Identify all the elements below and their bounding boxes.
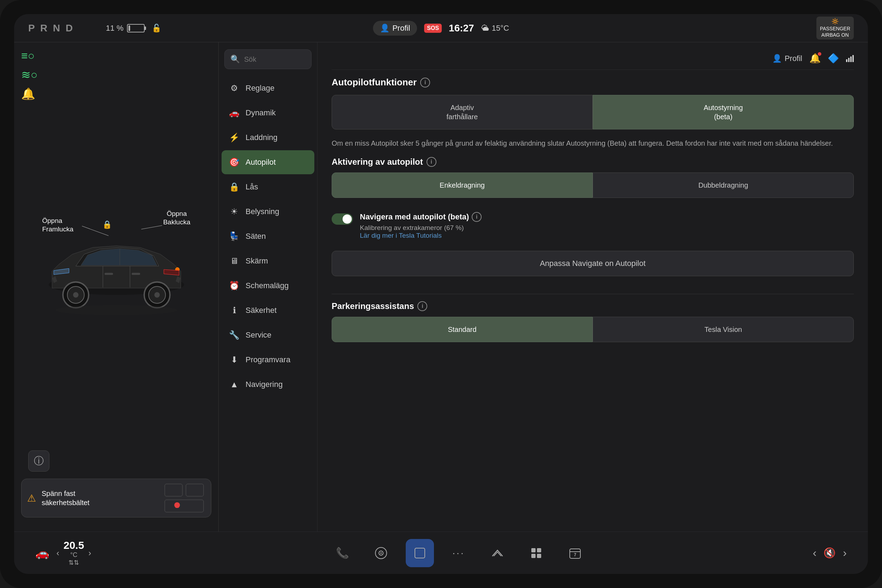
- car-taskbar-btn[interactable]: 🚗: [35, 546, 50, 560]
- autopilot-title-text: Autopilotfunktioner: [332, 77, 417, 88]
- navigate-info-btn[interactable]: i: [472, 212, 482, 222]
- menu-item-reglage[interactable]: ⚙ Reglage: [222, 76, 314, 100]
- tutorial-link[interactable]: Lär dig mer i Tesla Tutorials: [360, 232, 854, 240]
- search-bar[interactable]: 🔍: [224, 50, 312, 69]
- app-taskbar-btn[interactable]: [406, 539, 434, 567]
- menu-item-navigering[interactable]: ▲ Navigering: [222, 372, 314, 396]
- service-icon: 🔧: [229, 330, 240, 340]
- svg-rect-10: [104, 273, 113, 275]
- activation-info-btn[interactable]: i: [426, 157, 436, 167]
- seat-diagram: [163, 482, 206, 514]
- autopilot-section-title: Autopilotfunktioner i: [332, 77, 854, 88]
- right-status: 🔆 PASSENGER AIRBAG ON: [816, 16, 854, 39]
- network-taskbar-btn[interactable]: [483, 539, 512, 567]
- menu-label-programvara: Programvara: [246, 355, 290, 364]
- parking-title: Parkeringsassistans i: [332, 301, 854, 311]
- menu-item-las[interactable]: 🔒 Lås: [222, 175, 314, 199]
- dots-icon: ···: [452, 548, 465, 559]
- camera-taskbar-btn[interactable]: [367, 539, 395, 567]
- time-display: 16:27: [449, 22, 474, 34]
- saten-icon: 💺: [229, 231, 240, 241]
- enkeldragning-button[interactable]: Enkeldragning: [332, 172, 593, 198]
- temperature-display: 15°C: [492, 24, 509, 33]
- calendar-taskbar-btn[interactable]: 7: [561, 539, 589, 567]
- temp-increase-btn[interactable]: ›: [88, 548, 91, 558]
- svg-rect-15: [165, 500, 204, 512]
- taskbar: 🚗 ‹ 20.5 °C⇅⇅ › 📞: [14, 532, 868, 574]
- screen-bezel: P R N D 11 % 🔓 👤 Profil SOS: [0, 0, 882, 588]
- calibration-text: Kalibrering av extrakameror (67 %): [360, 224, 854, 232]
- menu-label-reglage: Reglage: [246, 84, 274, 93]
- menu-item-programvara[interactable]: ⬇ Programvara: [222, 348, 314, 372]
- parking-title-text: Parkeringsassistans: [332, 301, 414, 311]
- svg-rect-14: [186, 484, 204, 496]
- info-button[interactable]: ⓘ: [28, 450, 50, 472]
- airbag-line2: AIRBAG ON: [821, 32, 849, 38]
- tesla-vision-button[interactable]: Tesla Vision: [593, 317, 854, 342]
- dubbeldragning-button[interactable]: Dubbeldragning: [593, 172, 854, 198]
- navigate-toggle[interactable]: [332, 213, 353, 225]
- autostyrning-button[interactable]: Autostyrning(beta): [593, 95, 854, 129]
- volume-mute-btn[interactable]: 🔇: [824, 547, 836, 559]
- temp-unit: °C⇅⇅: [63, 551, 84, 567]
- customize-autopilot-button[interactable]: Anpassa Navigate on Autopilot: [332, 251, 854, 276]
- svg-point-7: [154, 292, 159, 297]
- svg-rect-17: [176, 502, 179, 508]
- autopilot-info-btn[interactable]: i: [420, 78, 430, 87]
- car-view: ÖppnaFramlucka 🔒 ÖppnaBaklucka: [14, 63, 218, 475]
- svg-rect-11: [132, 273, 140, 275]
- menu-item-service[interactable]: 🔧 Service: [222, 323, 314, 347]
- main-content: ≡○ ≋○ 🔔 ÖppnaFramlucka 🔒: [14, 42, 868, 532]
- navigate-toggle-label: Navigera med autopilot (beta) i: [360, 212, 854, 222]
- screen: P R N D 11 % 🔓 👤 Profil SOS: [14, 14, 868, 574]
- autopilot-description: Om en miss Autopilot sker 5 gånger på gr…: [332, 138, 854, 148]
- parking-mode-group: Standard Tesla Vision: [332, 317, 854, 342]
- profile-header-btn[interactable]: 👤 Profil: [772, 54, 802, 63]
- svg-rect-24: [531, 554, 536, 558]
- sos-badge[interactable]: SOS: [424, 24, 442, 33]
- las-icon: 🔒: [229, 182, 240, 192]
- menu-label-autopilot: Autopilot: [246, 158, 276, 167]
- menu-item-autopilot[interactable]: 🎯 Autopilot: [222, 150, 314, 174]
- apps-icon-svg: [530, 547, 543, 560]
- menu-label-belysning: Belysning: [246, 207, 279, 216]
- profile-button[interactable]: 👤 Profil: [373, 21, 417, 36]
- headlight-icon: ≡○: [21, 50, 38, 62]
- temp-value-container: 20.5 °C⇅⇅: [63, 539, 84, 567]
- menu-item-belysning[interactable]: ☀ Belysning: [222, 200, 314, 224]
- svg-rect-21: [415, 548, 425, 558]
- lock-icon: 🔓: [152, 24, 161, 33]
- svg-text:7: 7: [574, 552, 576, 557]
- menu-item-schemalagg[interactable]: ⏰ Schemalägg: [222, 274, 314, 298]
- car-svg: [32, 210, 201, 330]
- media-prev-btn[interactable]: ‹: [813, 546, 817, 560]
- temp-decrease-btn[interactable]: ‹: [57, 548, 59, 558]
- parking-info-btn[interactable]: i: [417, 301, 427, 311]
- right-header: 👤 Profil 🔔 🔷: [332, 53, 854, 70]
- media-next-btn[interactable]: ›: [843, 546, 847, 560]
- belysning-icon: ☀: [229, 207, 240, 217]
- bluetooth-icon[interactable]: 🔷: [828, 53, 839, 64]
- menu-item-skarm[interactable]: 🖥 Skärm: [222, 249, 314, 273]
- profile-label: Profil: [392, 24, 410, 33]
- menu-item-dynamik[interactable]: 🚗 Dynamik: [222, 101, 314, 125]
- menu-label-laddning: Laddning: [246, 133, 278, 142]
- svg-rect-23: [537, 548, 541, 552]
- center-status: 👤 Profil SOS 16:27 🌥 15°C: [373, 21, 509, 36]
- profile-header-label: Profil: [784, 54, 802, 63]
- menu-label-sakerhet: Säkerhet: [246, 306, 277, 315]
- standard-parking-button[interactable]: Standard: [332, 317, 593, 342]
- alert-text: Spänn fastsäkerhetsbältet: [42, 489, 158, 507]
- laddning-icon: ⚡: [229, 133, 240, 142]
- menu-item-saten[interactable]: 💺 Säten: [222, 224, 314, 248]
- dots-taskbar-btn[interactable]: ···: [444, 539, 473, 567]
- lte-signal-icon: [846, 55, 854, 62]
- programvara-icon: ⬇: [229, 355, 240, 365]
- menu-label-navigering: Navigering: [246, 380, 283, 389]
- svg-rect-22: [531, 548, 536, 552]
- menu-item-laddning[interactable]: ⚡ Laddning: [222, 126, 314, 150]
- phone-taskbar-btn[interactable]: 📞: [328, 539, 356, 567]
- adaptiv-button[interactable]: Adaptivfarthållare: [332, 95, 593, 129]
- apps-taskbar-btn[interactable]: [522, 539, 550, 567]
- menu-item-sakerhet[interactable]: ℹ Säkerhet: [222, 298, 314, 322]
